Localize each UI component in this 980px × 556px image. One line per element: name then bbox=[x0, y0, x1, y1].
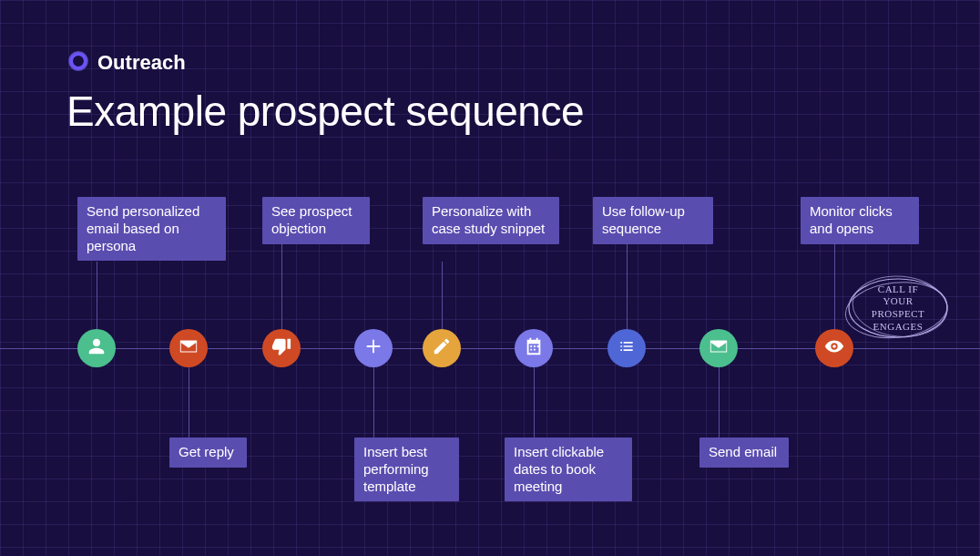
connector bbox=[373, 367, 374, 438]
svg-point-4 bbox=[850, 273, 949, 341]
svg-point-2 bbox=[849, 279, 947, 337]
node-send-email bbox=[699, 329, 738, 367]
connector bbox=[534, 367, 535, 438]
person-icon bbox=[87, 336, 107, 360]
label-persona-email: Send personalized email based on persona bbox=[77, 197, 226, 261]
email-icon bbox=[709, 336, 729, 360]
label-insert-dates: Insert clickable dates to book meeting bbox=[505, 438, 632, 501]
node-plus bbox=[354, 329, 393, 367]
connector bbox=[281, 244, 282, 329]
node-eye bbox=[815, 329, 853, 367]
connector bbox=[97, 262, 97, 329]
svg-point-0 bbox=[71, 54, 87, 69]
connector bbox=[834, 244, 835, 329]
page-title: Example prospect sequence bbox=[66, 87, 584, 136]
label-monitor: Monitor clicks and opens bbox=[801, 197, 919, 244]
label-get-reply: Get reply bbox=[169, 438, 247, 468]
connector bbox=[627, 244, 628, 329]
list-icon bbox=[618, 337, 636, 359]
plus-icon bbox=[363, 336, 383, 360]
connector bbox=[189, 367, 189, 438]
node-email-reply bbox=[169, 329, 208, 367]
brand-ring-icon bbox=[68, 51, 88, 75]
label-send-email: Send email bbox=[699, 438, 789, 468]
thumbs-down-icon bbox=[271, 336, 291, 360]
node-calendar bbox=[515, 329, 553, 367]
node-person bbox=[77, 329, 116, 367]
brand-name: Outreach bbox=[97, 51, 186, 75]
scribble-text: CALL IF YOUR PROSPECT ENGAGES bbox=[843, 272, 953, 345]
background-grid bbox=[0, 0, 980, 556]
calendar-icon bbox=[524, 336, 544, 360]
node-list bbox=[607, 329, 646, 367]
node-pencil bbox=[423, 329, 461, 367]
connector bbox=[719, 367, 720, 438]
svg-point-3 bbox=[843, 278, 950, 343]
brand-logo: Outreach bbox=[68, 51, 186, 75]
connector bbox=[442, 262, 443, 329]
scribble-callout: CALL IF YOUR PROSPECT ENGAGES bbox=[843, 272, 953, 345]
label-insert-template: Insert best performing template bbox=[354, 438, 459, 501]
node-thumbs-down bbox=[262, 329, 301, 367]
label-personalize-snippet: Personalize with case study snippet bbox=[423, 197, 559, 244]
email-icon bbox=[179, 336, 199, 360]
label-followup-sequence: Use follow-up sequence bbox=[593, 197, 713, 244]
pencil-icon bbox=[432, 336, 452, 360]
label-see-objection: See prospect objection bbox=[262, 197, 370, 244]
eye-icon bbox=[824, 336, 844, 360]
